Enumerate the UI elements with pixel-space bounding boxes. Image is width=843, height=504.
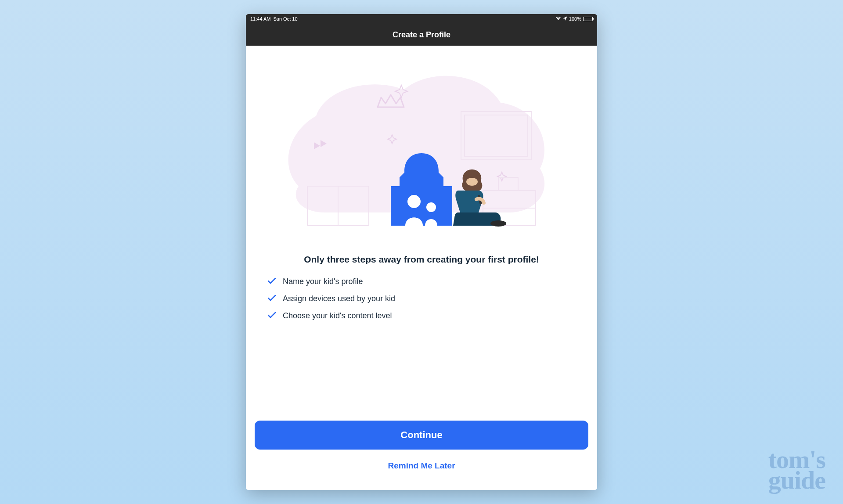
status-time: 11:44 AM [250,16,270,22]
svg-point-7 [407,195,421,208]
step-item: Name your kid's profile [268,277,588,286]
wifi-icon [555,16,561,22]
content-area: Only three steps away from creating your… [246,46,597,490]
step-label: Choose your kid's content level [283,311,392,320]
tablet-screen: 11:44 AM Sun Oct 10 100% Create a Profil… [246,14,597,490]
battery-percent: 100% [569,16,581,22]
continue-button[interactable]: Continue [255,421,588,450]
remind-later-button[interactable]: Remind Me Later [255,455,588,477]
svg-point-10 [490,220,506,227]
status-bar: 11:44 AM Sun Oct 10 100% [246,14,597,24]
watermark: tom's guide [768,449,825,491]
check-icon [268,294,276,303]
svg-point-8 [426,202,436,212]
steps-list: Name your kid's profile Assign devices u… [255,277,588,320]
location-icon [563,16,567,22]
nav-bar: Create a Profile [246,24,597,46]
check-icon [268,311,276,320]
headline: Only three steps away from creating your… [255,254,588,265]
battery-icon [583,17,593,21]
page-title: Create a Profile [393,30,450,40]
step-item: Assign devices used by your kid [268,294,588,303]
hero-illustration [255,54,588,243]
step-label: Name your kid's profile [283,277,363,286]
status-date: Sun Oct 10 [273,16,297,22]
step-label: Assign devices used by your kid [283,294,395,303]
step-item: Choose your kid's content level [268,311,588,320]
check-icon [268,277,276,286]
